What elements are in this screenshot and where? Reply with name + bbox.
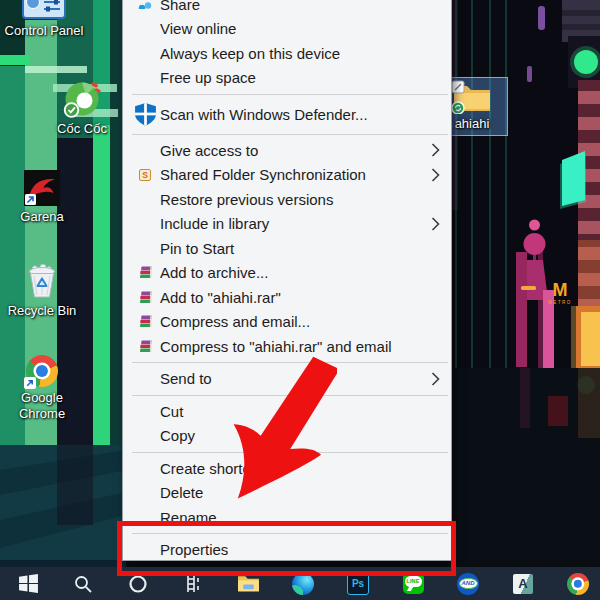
share-icon [132, 0, 158, 9]
menu-item-scan-with-windows-defender[interactable]: Scan with Windows Defender... [123, 98, 451, 130]
menu-item-label: Include in library [160, 215, 269, 232]
icon-label: Control Panel [5, 23, 84, 39]
menu-item-give-access-to[interactable]: Give access to [123, 138, 451, 163]
menu-item-include-in-library[interactable]: Include in library [123, 212, 451, 237]
menu-item-create-shortcut[interactable]: Create shortcut [123, 456, 451, 481]
metro-sign-label: METRO [548, 300, 572, 305]
desktop-icon-google-chrome[interactable]: Google Chrome [0, 355, 84, 422]
menu-item-shared-folder-synchronization[interactable]: SShared Folder Synchronization [123, 163, 451, 188]
and-app-logo: AND [457, 573, 479, 595]
menu-item-label: Cut [160, 403, 183, 420]
menu-item-label: Delete [160, 484, 203, 501]
taskbar-and-app-button[interactable]: AND [448, 567, 488, 600]
chrome-icon [26, 355, 58, 387]
menu-item-always-keep-on-this-device[interactable]: Always keep on this device [123, 41, 451, 66]
folder-label: ahiahi [455, 116, 490, 132]
submenu-arrow-icon [431, 371, 440, 386]
menu-item-label: Free up space [160, 69, 256, 86]
garena-icon [24, 170, 60, 206]
icon-label: Google Chrome [0, 390, 84, 422]
taskbar-line-button[interactable]: LINE [393, 567, 433, 600]
menu-separator [123, 391, 451, 399]
menu-item-label: Pin to Start [160, 240, 234, 257]
menu-separator [123, 130, 451, 138]
menu-item-cut[interactable]: Cut [123, 399, 451, 424]
menu-separator [123, 90, 451, 98]
winrar-icon [132, 265, 158, 280]
taskbar-chrome-button[interactable] [558, 567, 598, 600]
menu-item-label: Send to [160, 370, 212, 387]
submenu-arrow-icon [431, 216, 440, 231]
menu-item-label: Rename [160, 509, 217, 526]
taskbar-task-view-button[interactable] [173, 567, 213, 600]
folder-icon [451, 80, 493, 114]
menu-item-label: Share [160, 0, 200, 13]
desktop-icon-garena[interactable]: Garena [0, 170, 84, 225]
desktop-icon-coc-coc[interactable]: Cốc Cốc [36, 80, 128, 137]
menu-item-send-to[interactable]: Send to [123, 367, 451, 392]
winrar-icon [132, 339, 158, 354]
menu-item-free-up-space[interactable]: Free up space [123, 66, 451, 91]
menu-item-add-to-ahiahi-rar[interactable]: Add to "ahiahi.rar" [123, 285, 451, 310]
windows-logo [18, 573, 39, 594]
menu-item-label: Always keep on this device [160, 45, 340, 62]
taskbar-photoshop-button[interactable]: Ps [338, 567, 378, 600]
menu-separator [123, 359, 451, 367]
winrar-icon [132, 290, 158, 305]
menu-item-label: Add to "ahiahi.rar" [160, 289, 281, 306]
svg-text:S: S [142, 170, 148, 180]
menu-separator [123, 448, 451, 456]
menu-item-delete[interactable]: Delete [123, 481, 451, 506]
submenu-arrow-icon [431, 167, 440, 182]
winrar-icon [132, 314, 158, 329]
submenu-arrow-icon [431, 143, 440, 158]
menu-item-compress-and-email[interactable]: Compress and email... [123, 310, 451, 335]
menu-item-label: Shared Folder Synchronization [160, 166, 366, 183]
line-logo: LINE [403, 573, 424, 594]
menu-item-copy[interactable]: Copy [123, 424, 451, 449]
menu-item-view-online[interactable]: View online [123, 17, 451, 42]
desktop-icon-control-panel[interactable]: Control Panel [2, 0, 86, 39]
taskbar-start-button[interactable] [8, 567, 48, 600]
menu-item-label: Compress to "ahiahi.rar" and email [160, 338, 392, 355]
taskbar-cortana-button[interactable] [118, 567, 158, 600]
desktop-icon-recycle-bin[interactable]: Recycle Bin [0, 264, 84, 319]
coc-coc-icon [63, 80, 101, 118]
traffic-light-glow [574, 50, 598, 74]
recycle-bin-icon [25, 264, 59, 300]
menu-item-pin-to-start[interactable]: Pin to Start [123, 236, 451, 261]
menu-item-label: Compress and email... [160, 313, 310, 330]
menu-item-share[interactable]: Share [123, 0, 451, 17]
menu-item-label: View online [160, 20, 236, 37]
taskbar-search-button[interactable] [63, 567, 103, 600]
menu-item-properties[interactable]: Properties [123, 538, 451, 563]
a-app-logo: A [513, 574, 533, 594]
menu-item-add-to-archive[interactable]: Add to archive... [123, 261, 451, 286]
taskbar: PsLINEANDA [0, 567, 600, 600]
icon-label: Garena [20, 209, 63, 225]
menu-item-label: Restore previous versions [160, 191, 333, 208]
defender-icon [132, 102, 158, 127]
menu-item-label: Add to archive... [160, 264, 268, 281]
desktop-screen: M METRO Control Panel [0, 0, 600, 600]
menu-item-label: Properties [160, 541, 228, 558]
menu-item-rename[interactable]: Rename [123, 505, 451, 530]
control-panel-icon [22, 0, 66, 20]
taskbar-file-explorer-button[interactable] [228, 567, 268, 600]
menu-separator [123, 530, 451, 538]
neon-sign [562, 151, 585, 206]
metro-sign-m: M [553, 280, 568, 300]
menu-item-label: Copy [160, 427, 195, 444]
taskbar-a-app-button[interactable]: A [503, 567, 543, 600]
menu-item-label: Give access to [160, 142, 258, 159]
chrome-logo [567, 573, 589, 595]
menu-item-compress-to-ahiahi-rar-and-email[interactable]: Compress to "ahiahi.rar" and email [123, 334, 451, 359]
icon-label: Cốc Cốc [57, 121, 107, 137]
menu-item-restore-previous-versions[interactable]: Restore previous versions [123, 187, 451, 212]
menu-item-label: Scan with Windows Defender... [160, 106, 368, 123]
icon-label: Recycle Bin [8, 303, 77, 319]
context-menu: ShareView onlineAlways keep on this devi… [122, 0, 452, 561]
menu-item-label: Create shortcut [160, 460, 263, 477]
sync-status-badge [452, 102, 464, 114]
taskbar-edge-button[interactable] [283, 567, 323, 600]
